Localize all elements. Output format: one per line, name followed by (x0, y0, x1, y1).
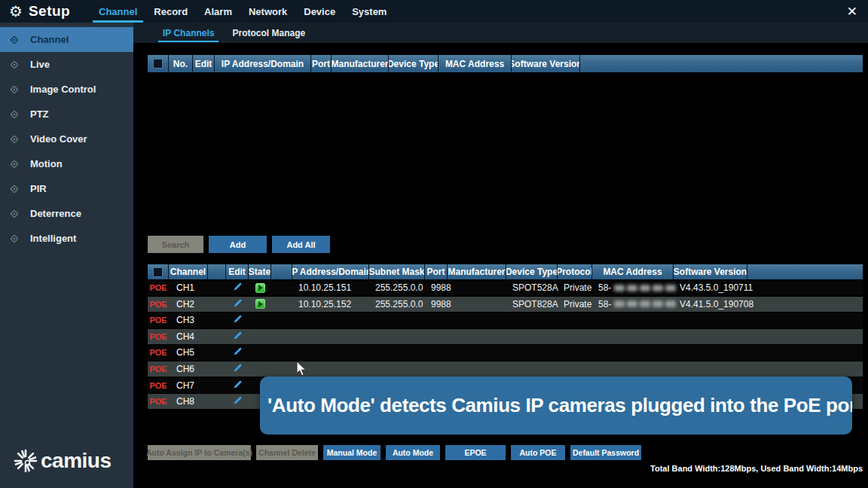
pin-icon (10, 60, 19, 69)
poe-badge: POE (149, 300, 167, 309)
channel-row[interactable]: POECH110.10.25.151255.255.0.09988SPOT528… (148, 280, 863, 295)
poe-badge: POE (149, 397, 167, 406)
edit-icon[interactable] (233, 395, 243, 407)
edit-cell (226, 378, 249, 393)
blank-cell (208, 329, 226, 344)
edit-icon[interactable] (233, 346, 243, 358)
device-type-cell (506, 313, 558, 328)
ip-cell: 10.10.25.152 (292, 297, 369, 312)
poe-cell: POE (148, 280, 169, 295)
column-header-edit: Edit (226, 264, 249, 279)
auto-poe-button[interactable]: Auto POE (511, 445, 565, 460)
edit-cell (226, 280, 249, 295)
column-header-state: State (249, 264, 271, 279)
device-type-cell (506, 361, 558, 377)
blank-cell (208, 394, 226, 409)
state-cell (249, 329, 271, 344)
pencil-icon (233, 346, 243, 356)
close-icon[interactable]: ✕ (847, 0, 857, 23)
add-all-button[interactable]: Add All (272, 236, 330, 253)
mac-cell: 58- (592, 297, 674, 312)
auto-assign-ip-to-camera-s-button[interactable]: Auto Assign IP to Camera(s) (148, 445, 251, 460)
mouse-cursor (296, 361, 307, 377)
edit-icon[interactable] (233, 363, 243, 375)
poe-cell: POE (148, 297, 169, 312)
sidebar-item-label: Image Control (30, 84, 96, 95)
select-all-checkbox[interactable] (153, 267, 163, 277)
mac-cell (592, 313, 674, 328)
column-header-mac-address: MAC Address (439, 55, 512, 72)
pin-icon (10, 185, 19, 194)
select-all-checkbox[interactable] (153, 59, 163, 69)
add-button[interactable]: Add (209, 236, 267, 253)
manual-mode-button[interactable]: Manual Mode (323, 445, 381, 460)
poe-cell: POE (148, 394, 169, 409)
poe-cell: POE (148, 313, 169, 328)
edit-cell (226, 329, 249, 344)
sidebar-item-image-control[interactable]: Image Control (0, 77, 133, 102)
sidebar-item-label: Video Cover (30, 133, 87, 145)
sidebar-item-label: Channel (30, 34, 69, 45)
pencil-icon (233, 282, 243, 291)
pin-icon (10, 110, 19, 119)
pin-icon (10, 135, 19, 144)
device-type-cell: SPOT828A (506, 297, 558, 312)
app-brand: ⚙ Setup (0, 3, 90, 20)
channel-row[interactable]: POECH210.10.25.152255.255.0.09988SPOT828… (148, 297, 863, 312)
menu-item-alarm[interactable]: Alarm (196, 0, 240, 23)
edit-icon[interactable] (233, 331, 243, 343)
sidebar-item-intelligent[interactable]: Intelligent (0, 226, 133, 251)
state-play-icon[interactable] (255, 299, 265, 309)
tab-protocol-manage[interactable]: Protocol Manage (223, 23, 314, 43)
search-button[interactable]: Search (148, 236, 203, 253)
blank-cell (271, 345, 292, 360)
auto-mode-button[interactable]: Auto Mode (386, 445, 440, 460)
state-cell (249, 361, 271, 377)
poe-badge: POE (149, 348, 167, 357)
sidebar-item-ptz[interactable]: PTZ (0, 102, 133, 127)
edit-icon[interactable] (233, 380, 243, 392)
menu-item-system[interactable]: System (344, 0, 395, 23)
port-cell (425, 361, 448, 377)
channel-label: CH7 (169, 378, 208, 393)
subnet-cell (369, 329, 425, 344)
port-cell (425, 313, 448, 328)
sidebar-item-label: Live (30, 59, 50, 70)
device-type-cell: SPOT528A (506, 280, 558, 295)
sidebar-item-motion[interactable]: Motion (0, 151, 133, 176)
channel-delete-button[interactable]: Channel Delete (256, 445, 318, 460)
sidebar-item-channel[interactable]: Channel (0, 27, 133, 52)
play-triangle (258, 285, 263, 291)
state-play-icon[interactable] (255, 283, 265, 293)
menu-item-record[interactable]: Record (145, 0, 196, 23)
edit-icon[interactable] (233, 298, 243, 310)
menu-item-device[interactable]: Device (295, 0, 344, 23)
header-checkbox-cell (148, 264, 169, 279)
sidebar-item-pir[interactable]: PIR (0, 176, 133, 201)
protocol-cell: Private (558, 297, 592, 312)
channel-row[interactable]: POECH3 (148, 313, 863, 328)
edit-icon[interactable] (233, 282, 243, 294)
sidebar-item-label: Deterrence (30, 208, 81, 219)
edit-icon[interactable] (233, 314, 243, 326)
mac-redacted-blur (614, 300, 676, 307)
sidebar-item-video-cover[interactable]: Video Cover (0, 127, 133, 151)
menu-item-network[interactable]: Network (240, 0, 295, 23)
sidebar-item-live[interactable]: Live (0, 52, 133, 77)
poe-cell: POE (148, 345, 169, 360)
poe-cell: POE (148, 361, 169, 377)
blank-cell (208, 297, 226, 312)
state-cell (249, 313, 271, 328)
sidebar-item-deterrence[interactable]: Deterrence (0, 201, 133, 226)
default-password-button[interactable]: Default Password (570, 445, 641, 460)
channel-row[interactable]: POECH5 (148, 345, 863, 360)
channel-row[interactable]: POECH4 (148, 329, 863, 344)
column-header-filler (580, 55, 863, 72)
channel-row[interactable]: POECH6 (148, 361, 863, 377)
tab-ip-channels[interactable]: IP Channels (154, 23, 223, 43)
menu-item-channel[interactable]: Channel (90, 0, 145, 23)
blank-cell (208, 378, 226, 393)
channel-label: CH1 (169, 280, 208, 295)
epoe-button[interactable]: EPOE (445, 445, 506, 460)
pencil-icon (233, 380, 243, 389)
